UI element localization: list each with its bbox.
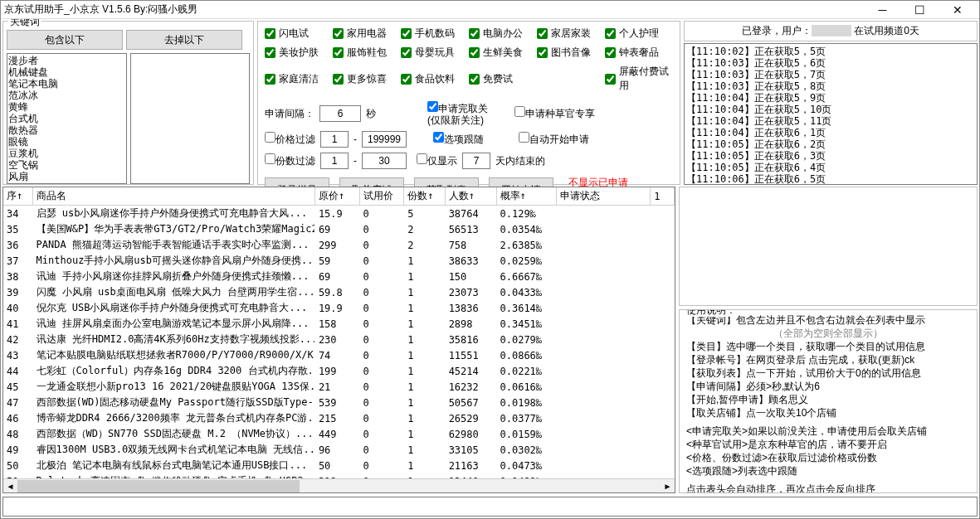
table-row[interactable]: 46 博帝蟒龙DDR4 2666/3200频率 龙元普条台式机内存条PC游...… bbox=[3, 410, 675, 426]
table-row[interactable]: 48 西部数据（WD）SN770 SSD固态硬盘 M.2 （NVMe协议）...… bbox=[3, 426, 675, 442]
table-row[interactable]: 47 西部数据(WD)固态移动硬盘My Passport随行版SSD版Type-… bbox=[3, 395, 675, 410]
status-bar bbox=[2, 497, 978, 517]
status-line: 已登录，用户：xx 在试用频道0天 bbox=[684, 21, 978, 41]
column-header[interactable]: 商品名 bbox=[32, 187, 314, 206]
scroll-thumb[interactable] bbox=[17, 480, 300, 492]
price-min-input[interactable] bbox=[320, 131, 349, 148]
keyword-item[interactable]: 漫步者 bbox=[8, 55, 125, 66]
titlebar: 京东试用助手_小京京 V1.5.6 By:闷骚小贱男 ─ ☐ ✕ bbox=[1, 1, 979, 19]
options-panel: 闪电试 家用电器 手机数码 电脑办公 家居家装 个人护理 美妆护肤 服饰鞋包 母… bbox=[257, 21, 680, 185]
category-check[interactable]: 食品饮料 bbox=[401, 65, 469, 93]
exclude-list[interactable] bbox=[130, 53, 251, 184]
table-row[interactable]: 38 讯迪 手持小风扇迷你挂脖风扇折叠户外随身便携式挂颈懒...69011506… bbox=[3, 269, 675, 284]
category-check[interactable]: 钟表奢品 bbox=[605, 46, 673, 60]
only-show-input[interactable] bbox=[462, 153, 490, 169]
preview-image bbox=[679, 187, 978, 306]
price-filter-check[interactable]: 价格过滤 bbox=[265, 132, 315, 147]
keyword-group: 关键词 包含以下 去掉以下 漫步者机械键盘笔记本电脑范冰冰黄蜂台式机散热器眼镜豆… bbox=[2, 21, 254, 185]
only-show-check[interactable]: 仅显示 bbox=[417, 153, 457, 168]
column-header[interactable]: 份数↑ bbox=[404, 187, 446, 206]
window-controls: ─ ☐ ✕ bbox=[864, 2, 976, 18]
keyword-item[interactable]: 笔记本电脑 bbox=[8, 78, 125, 90]
table-row[interactable]: 37 Minthouz手持小风扇usb可摇头迷你静音风扇户外随身便携...590… bbox=[3, 253, 675, 269]
keyword-item[interactable]: 散热器 bbox=[8, 124, 125, 136]
app-window: 京东试用助手_小京京 V1.5.6 By:闷骚小贱男 ─ ☐ ✕ 关键词 包含以… bbox=[0, 0, 980, 519]
category-check[interactable]: 美妆护肤 bbox=[265, 46, 333, 60]
finish-unfollow-check[interactable]: 申请完取关 (仅限新关注) bbox=[427, 101, 488, 126]
column-header[interactable]: 人数↑ bbox=[445, 187, 496, 206]
column-header[interactable]: 序↑ bbox=[3, 187, 32, 206]
keyword-item[interactable]: 台式机 bbox=[8, 113, 125, 124]
scroll-left-arrow[interactable]: ◄ bbox=[3, 479, 17, 493]
instructions-group: 使用说明： 【关键词】包含左边并且不包含右边就会在列表中显示 （全部为空则全部显… bbox=[679, 309, 978, 493]
category-check[interactable]: 服饰鞋包 bbox=[333, 46, 401, 60]
count-filter-check[interactable]: 份数过滤 bbox=[265, 153, 315, 168]
count-max-input[interactable] bbox=[362, 153, 407, 169]
category-check[interactable]: 电脑办公 bbox=[469, 27, 537, 41]
option-follow-check[interactable]: 选项跟随 bbox=[433, 132, 484, 147]
days-end-label: 天内结束的 bbox=[495, 154, 545, 168]
grass-officer-check[interactable]: 申请种草官专享 bbox=[514, 106, 595, 121]
window-title: 京东试用助手_小京京 V1.5.6 By:闷骚小贱男 bbox=[4, 2, 864, 17]
category-check[interactable]: 家居家装 bbox=[537, 27, 605, 41]
table-row[interactable]: 42 讯达康 光纤HDMI2.0高清4K系列60Hz支持数字视频线投影...23… bbox=[3, 332, 675, 347]
table-row[interactable]: 35【美国W&P】华为手表表带GT3/GT2/Pro/Watch3荣耀Magic… bbox=[3, 221, 675, 237]
table-row[interactable]: 41 讯迪 挂屏风扇桌面办公室电脑游戏笔记本显示屏小风扇降...15801289… bbox=[3, 316, 675, 332]
include-list[interactable]: 漫步者机械键盘笔记本电脑范冰冰黄蜂台式机散热器眼镜豆浆机空飞锅风扇 bbox=[7, 53, 127, 184]
category-check[interactable]: 闪电试 bbox=[265, 27, 333, 41]
table-row[interactable]: 43 笔记本贴膜电脑贴纸联想拯救者R7000/P/Y7000/R9000/X/K… bbox=[3, 347, 675, 363]
category-check[interactable]: 手机数码 bbox=[401, 27, 469, 41]
table-row[interactable]: 44 七彩虹（Colorful）内存条16g DDR4 3200 台式机内存散.… bbox=[3, 363, 675, 379]
maximize-button[interactable]: ☐ bbox=[901, 2, 939, 18]
category-check[interactable]: 个人护理 bbox=[605, 27, 673, 41]
table-row[interactable]: 39 闪魔 小风扇 usb桌面电风扇 低噪大风力 台壁两用学生宿...59.80… bbox=[3, 284, 675, 300]
keyword-item[interactable]: 眼镜 bbox=[8, 136, 125, 148]
instructions-legend: 使用说明： bbox=[685, 309, 738, 317]
right-column: 使用说明： 【关键词】包含左边并且不包含右边就会在列表中显示 （全部为空则全部显… bbox=[679, 187, 978, 493]
price-max-input[interactable] bbox=[362, 131, 407, 148]
table-row[interactable]: 36 PANDA 熊猫超薄运动智能手表智能通话手表实时心率监测...299027… bbox=[3, 237, 675, 253]
interval-label: 申请间隔： bbox=[265, 107, 314, 121]
category-check[interactable]: 家庭清洁 bbox=[265, 65, 333, 93]
category-check[interactable]: 家用电器 bbox=[333, 27, 401, 41]
keyword-item[interactable]: 豆浆机 bbox=[8, 148, 125, 159]
table-wrap: 序↑商品名原价↑试用价份数↑人数↑概率↑申请状态1 34启瑟 usb小风扇迷你手… bbox=[2, 187, 675, 493]
column-header[interactable]: 概率↑ bbox=[496, 187, 556, 206]
interval-input[interactable] bbox=[319, 105, 361, 122]
column-header[interactable]: 原价↑ bbox=[314, 187, 359, 206]
category-check[interactable]: 更多惊喜 bbox=[333, 65, 401, 93]
category-check[interactable]: 图书音像 bbox=[537, 46, 605, 60]
table-row[interactable]: 50 北极泊 笔记本电脑有线鼠标台式电脑笔记本通用USB接口...5001211… bbox=[3, 458, 675, 473]
include-button[interactable]: 包含以下 bbox=[7, 30, 123, 50]
category-check[interactable]: 母婴玩具 bbox=[401, 46, 469, 60]
category-row-1: 闪电试 家用电器 手机数码 电脑办公 家居家装 个人护理 bbox=[265, 27, 673, 41]
count-min-input[interactable] bbox=[320, 153, 349, 169]
auto-start-check[interactable]: 自动开始申请 bbox=[519, 132, 589, 147]
block-paid-check[interactable]: 屏蔽付费试用 bbox=[605, 65, 673, 93]
keyword-item[interactable]: 空飞锅 bbox=[8, 159, 125, 171]
table-header[interactable]: 序↑商品名原价↑试用价份数↑人数↑概率↑申请状态1 bbox=[3, 187, 675, 206]
column-header[interactable]: 试用价 bbox=[359, 187, 404, 206]
keyword-item[interactable]: 范冰冰 bbox=[8, 90, 125, 101]
table-row[interactable]: 45一龙通金联想小新pro13 16 2021/20键盘膜贴YOGA 13S保.… bbox=[3, 379, 675, 395]
keyword-item[interactable]: 黄蜂 bbox=[8, 101, 125, 113]
minimize-button[interactable]: ─ bbox=[864, 2, 901, 18]
table-row[interactable]: 40 倪尔克 USB小风扇迷你手持户外随身便携式可充电静音大...19.9011… bbox=[3, 300, 675, 316]
app-body: 关键词 包含以下 去掉以下 漫步者机械键盘笔记本电脑范冰冰黄蜂台式机散热器眼镜豆… bbox=[1, 19, 979, 495]
keyword-item[interactable]: 风扇 bbox=[8, 171, 125, 182]
exclude-button[interactable]: 去掉以下 bbox=[126, 30, 242, 50]
column-header[interactable]: 申请状态 bbox=[556, 187, 650, 206]
keyword-item[interactable]: 机械键盘 bbox=[8, 66, 125, 78]
top-row: 关键词 包含以下 去掉以下 漫步者机械键盘笔记本电脑范冰冰黄蜂台式机散热器眼镜豆… bbox=[2, 21, 978, 185]
category-check[interactable]: 免费试 bbox=[469, 65, 537, 93]
category-check[interactable]: 生鲜美食 bbox=[469, 46, 537, 60]
column-header[interactable]: 1 bbox=[651, 187, 675, 206]
log-box[interactable]: 【11:10:02】正在获取5，5页【11:10:03】正在获取5，6页【11:… bbox=[684, 43, 978, 185]
table-row[interactable]: 49 睿因1300M USB3.0双频无线网卡台式机笔记本电脑 无线信...96… bbox=[3, 442, 675, 458]
horizontal-scrollbar[interactable]: ◄ ► bbox=[3, 478, 675, 492]
scroll-right-arrow[interactable]: ► bbox=[661, 479, 675, 493]
table-scroll[interactable]: 序↑商品名原价↑试用价份数↑人数↑概率↑申请状态1 34启瑟 usb小风扇迷你手… bbox=[3, 187, 675, 478]
right-top-panel: 已登录，用户：xx 在试用频道0天 【11:10:02】正在获取5，5页【11:… bbox=[684, 21, 978, 185]
close-button[interactable]: ✕ bbox=[939, 2, 976, 18]
table-row[interactable]: 34启瑟 usb小风扇迷你手持户外随身便携式可充电静音大风...15.90538… bbox=[3, 206, 675, 222]
